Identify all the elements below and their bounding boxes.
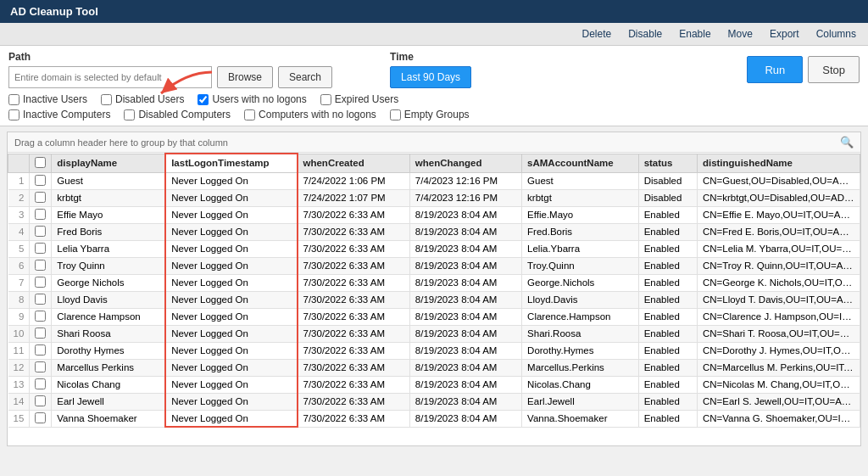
table-body: 1 Guest Never Logged On 7/24/2022 1:06 P… xyxy=(8,172,860,427)
cell-status: Enabled xyxy=(638,291,697,308)
row-checkbox-cell[interactable] xyxy=(30,206,52,223)
disabled-users-checkbox[interactable]: Disabled Users xyxy=(101,93,184,105)
move-button[interactable]: Move xyxy=(723,26,758,42)
cell-lastLogon: Never Logged On xyxy=(165,342,297,359)
cell-lastLogon: Never Logged On xyxy=(165,308,297,325)
select-all-checkbox[interactable] xyxy=(35,157,46,168)
expired-users-checkbox[interactable]: Expired Users xyxy=(320,93,398,105)
disabled-computers-checkbox[interactable]: Disabled Computers xyxy=(124,109,231,120)
delete-button[interactable]: Delete xyxy=(577,26,617,42)
cell-displayName: Shari Roosa xyxy=(52,325,165,342)
last90-button[interactable]: Last 90 Days xyxy=(390,66,471,88)
row-num: 13 xyxy=(8,376,30,393)
cell-status: Enabled xyxy=(638,359,697,376)
disable-button[interactable]: Disable xyxy=(623,26,667,42)
col-header-whenChanged[interactable]: whenChanged xyxy=(409,154,521,172)
table-row: 13 Nicolas Chang Never Logged On 7/30/20… xyxy=(8,376,860,393)
cell-dn: CN=Guest,OU=Disabled,OU=ADPRO U... xyxy=(697,172,860,189)
table-row: 8 Lloyd Davis Never Logged On 7/30/2022 … xyxy=(8,291,860,308)
cell-dn: CN=Fred E. Boris,OU=IT,OU=ADPRO U... xyxy=(697,223,860,240)
row-checkbox-cell[interactable] xyxy=(30,342,52,359)
row-num: 14 xyxy=(8,393,30,410)
row-checkbox-cell[interactable] xyxy=(30,325,52,342)
cell-whenCreated: 7/30/2022 6:33 AM xyxy=(298,291,410,308)
stop-button[interactable]: Stop xyxy=(808,56,860,83)
row-checkbox-cell[interactable] xyxy=(30,376,52,393)
row-checkbox-cell[interactable] xyxy=(30,291,52,308)
cell-sAMAccountName: Clarence.Hampson xyxy=(522,308,639,325)
row-checkbox-cell[interactable] xyxy=(30,274,52,291)
cell-status: Disabled xyxy=(638,189,697,206)
cell-whenChanged: 8/19/2023 8:04 AM xyxy=(409,240,521,257)
cell-whenChanged: 8/19/2023 8:04 AM xyxy=(409,308,521,325)
table-search-icon[interactable]: 🔍 xyxy=(840,136,854,148)
cell-status: Enabled xyxy=(638,308,697,325)
cell-whenCreated: 7/30/2022 6:33 AM xyxy=(298,342,410,359)
users-no-logons-checkbox[interactable]: Users with no logons xyxy=(198,93,306,105)
export-button[interactable]: Export xyxy=(765,26,804,42)
col-header-dn[interactable]: distinguishedName xyxy=(697,154,860,172)
cell-dn: CN=Earl S. Jewell,OU=IT,OU=ADPRO U... xyxy=(697,393,860,410)
path-label: Path xyxy=(8,51,332,63)
cell-whenCreated: 7/30/2022 6:33 AM xyxy=(298,240,410,257)
col-header-displayName[interactable]: displayName xyxy=(52,154,165,172)
table-row: 7 George Nichols Never Logged On 7/30/20… xyxy=(8,274,860,291)
cell-displayName: Dorothy Hymes xyxy=(52,342,165,359)
table-row: 5 Lelia Ybarra Never Logged On 7/30/2022… xyxy=(8,240,860,257)
row-num: 7 xyxy=(8,274,30,291)
cell-dn: CN=krbtgt,OU=Disabled,OU=ADPRO U... xyxy=(697,189,860,206)
cell-whenChanged: 8/19/2023 8:04 AM xyxy=(409,410,521,427)
row-checkbox-cell[interactable] xyxy=(30,308,52,325)
enable-button[interactable]: Enable xyxy=(674,26,715,42)
cell-sAMAccountName: Fred.Boris xyxy=(522,223,639,240)
cell-displayName: Nicolas Chang xyxy=(52,376,165,393)
cell-whenChanged: 8/19/2023 8:04 AM xyxy=(409,393,521,410)
cell-whenCreated: 7/30/2022 6:33 AM xyxy=(298,274,410,291)
cell-sAMAccountName: Guest xyxy=(522,172,639,189)
col-header-status[interactable]: status xyxy=(638,154,697,172)
path-input[interactable] xyxy=(8,66,212,88)
run-button[interactable]: Run xyxy=(747,56,803,83)
row-checkbox-cell[interactable] xyxy=(30,393,52,410)
col-header-sAMAccountName[interactable]: sAMAccountName xyxy=(522,154,639,172)
cell-dn: CN=Dorothy J. Hymes,OU=IT,OU=ADP... xyxy=(697,342,860,359)
cell-lastLogon: Never Logged On xyxy=(165,257,297,274)
computers-no-logons-checkbox[interactable]: Computers with no logons xyxy=(244,109,376,120)
cell-whenChanged: 8/19/2023 8:04 AM xyxy=(409,342,521,359)
cell-lastLogon: Never Logged On xyxy=(165,274,297,291)
row-num: 4 xyxy=(8,223,30,240)
row-num: 8 xyxy=(8,291,30,308)
columns-button[interactable]: Columns xyxy=(811,26,861,42)
row-checkbox-cell[interactable] xyxy=(30,240,52,257)
cell-lastLogon: Never Logged On xyxy=(165,172,297,189)
row-checkbox-cell[interactable] xyxy=(30,410,52,427)
col-header-lastLogon[interactable]: lastLogonTimestamp xyxy=(165,154,297,172)
cell-whenCreated: 7/30/2022 6:33 AM xyxy=(298,223,410,240)
col-header-whenCreated[interactable]: whenCreated xyxy=(298,154,410,172)
row-checkbox-cell[interactable] xyxy=(30,257,52,274)
row-num: 2 xyxy=(8,189,30,206)
col-header-checkbox xyxy=(30,154,52,172)
inactive-computers-checkbox[interactable]: Inactive Computers xyxy=(8,109,110,120)
cell-whenChanged: 8/19/2023 8:04 AM xyxy=(409,206,521,223)
search-button[interactable]: Search xyxy=(278,66,332,88)
cell-sAMAccountName: Troy.Quinn xyxy=(522,257,639,274)
table-row: 14 Earl Jewell Never Logged On 7/30/2022… xyxy=(8,393,860,410)
row-checkbox-cell[interactable] xyxy=(30,359,52,376)
cell-whenChanged: 8/19/2023 8:04 AM xyxy=(409,223,521,240)
browse-button[interactable]: Browse xyxy=(217,66,273,88)
row-num: 10 xyxy=(8,325,30,342)
row-checkbox-cell[interactable] xyxy=(30,189,52,206)
row-num: 3 xyxy=(8,206,30,223)
data-table: displayName lastLogonTimestamp whenCreat… xyxy=(8,153,860,428)
cell-displayName: Effie Mayo xyxy=(52,206,165,223)
cell-displayName: Guest xyxy=(52,172,165,189)
cell-displayName: Lloyd Davis xyxy=(52,291,165,308)
cell-sAMAccountName: Shari.Roosa xyxy=(522,325,639,342)
row-checkbox-cell[interactable] xyxy=(30,223,52,240)
toolbar: Delete Disable Enable Move Export Column… xyxy=(0,23,868,46)
cell-lastLogon: Never Logged On xyxy=(165,325,297,342)
empty-groups-checkbox[interactable]: Empty Groups xyxy=(390,109,470,120)
row-checkbox-cell[interactable] xyxy=(30,172,52,189)
inactive-users-checkbox[interactable]: Inactive Users xyxy=(8,93,87,105)
